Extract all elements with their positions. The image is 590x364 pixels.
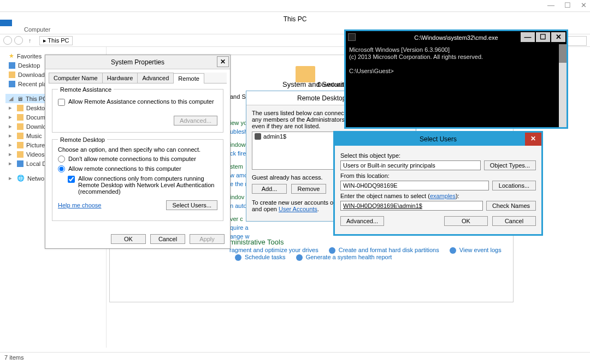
sysprop-close-button[interactable]: ✕ [217,56,229,67]
up-button[interactable]: ↑ [28,37,32,44]
cmd-minimize-button[interactable]: — [521,32,535,42]
cmd-terminal[interactable]: Microsoft Windows [Version 6.3.9600] (c)… [346,44,567,77]
selusers-titlebar[interactable]: Select Users ✕ [335,133,541,146]
link-healthreport[interactable]: Generate a system health report [306,254,392,260]
ra-allow-checkbox[interactable]: Allow Remote Assistance connections to t… [58,98,217,106]
sysprop-apply-button: Apply [190,234,225,244]
help-me-choose-link[interactable]: Help me choose [58,202,102,208]
ra-advanced-button: Advanced... [174,116,217,126]
cmd-titlebar[interactable]: C:\Windows\system32\cmd.exe — ☐ ✕ [346,31,567,44]
obj-type-label: Select this object type: [340,152,536,159]
rd-option-allow[interactable]: Allow remote connections to this compute… [58,165,217,172]
explorer-window-chrome: — ☐ ✕ [0,0,590,12]
rd-nla-checkbox[interactable]: Allow connections only from computers ru… [68,175,217,195]
minimize-button[interactable]: — [547,1,554,9]
user-accounts-link[interactable]: User Accounts [279,206,317,212]
tab-hardware[interactable]: Hardware [102,73,138,83]
back-button[interactable] [3,36,12,45]
rd-legend: Remote Desktop [58,136,107,143]
names-label: Enter the object names to select (exampl… [340,193,536,199]
admin-tools-links: ragment and optimize your drives Create … [229,247,505,261]
select-users-dialog: Select Users ✕ Select this object type: … [333,131,543,236]
system-and-security-header: System and Security [282,80,347,88]
user-icon [255,133,261,140]
location-label: From this location: [340,172,536,179]
link-eventlogs[interactable]: View event logs [459,247,502,253]
tab-advanced[interactable]: Advanced [137,73,174,83]
cmd-scrollbar[interactable] [559,44,567,127]
status-bar: 7 items [0,352,590,364]
tab-computer-name[interactable]: Computer Name [49,73,103,83]
selusers-cancel-button[interactable]: Cancel [492,216,536,226]
bullet-icon [235,254,241,261]
rdu-add-button[interactable]: Add... [252,184,287,194]
close-button[interactable]: ✕ [581,1,587,9]
rd-intro: Choose an option, and then specify who c… [58,146,217,153]
breadcrumb[interactable]: ▸ This PC [39,36,73,45]
sysprop-ok-button[interactable]: OK [111,234,146,244]
sysprop-title: System Properties [111,58,164,66]
rd-option-dont-allow[interactable]: Don't allow remote connections to this c… [58,156,217,163]
selusers-advanced-button[interactable]: Advanced... [340,216,384,226]
select-users-button[interactable]: Select Users... [166,200,217,210]
admin-tools-header: ministrative Tools [229,238,284,246]
object-type-field[interactable] [340,160,481,170]
object-names-field[interactable] [340,201,483,211]
group-remote-desktop: Remote Desktop Choose an option, and the… [52,139,223,221]
cmd-window: C:\Windows\system32\cmd.exe — ☐ ✕ Micros… [344,29,568,129]
link-partitions[interactable]: Create and format hard disk partitions [339,247,439,253]
sysprop-titlebar[interactable]: System Properties ✕ [45,55,230,69]
selusers-close-button[interactable]: ✕ [525,133,541,146]
rdu-remove-button[interactable]: Remove [291,184,326,194]
examples-link[interactable]: examples [430,193,456,199]
location-field[interactable] [340,181,489,190]
tab-remote[interactable]: Remote [173,73,204,83]
selusers-title: Select Users [420,135,457,143]
check-names-button[interactable]: Check Names [486,201,536,211]
locations-button[interactable]: Locations... [492,181,536,190]
sysprop-cancel-button[interactable]: Cancel [150,234,185,244]
group-remote-assistance: Remote Assistance Allow Remote Assistanc… [52,89,223,133]
link-defrag[interactable]: ragment and optimize your drives [229,247,318,253]
cmd-icon [348,33,356,41]
cmd-maximize-button[interactable]: ☐ [536,32,550,42]
ra-legend: Remote Assistance [58,86,114,93]
forward-button[interactable] [14,36,23,45]
bullet-icon [329,247,335,254]
link-schedule[interactable]: Schedule tasks [245,254,286,260]
scrollbar-thumb[interactable] [559,44,567,63]
selusers-ok-button[interactable]: OK [444,216,488,226]
bullet-icon [296,254,303,261]
bullet-icon [450,247,456,254]
explorer-title: This PC [0,12,590,26]
maximize-button[interactable]: ☐ [564,1,571,9]
cmd-close-button[interactable]: ✕ [551,32,565,42]
sysprop-tabs: Computer Name Hardware Advanced Remote [49,73,227,83]
cmd-title: C:\Windows\system32\cmd.exe [414,34,498,41]
system-properties-dialog: System Properties ✕ Computer Name Hardwa… [45,55,231,249]
object-types-button[interactable]: Object Types... [484,160,536,170]
